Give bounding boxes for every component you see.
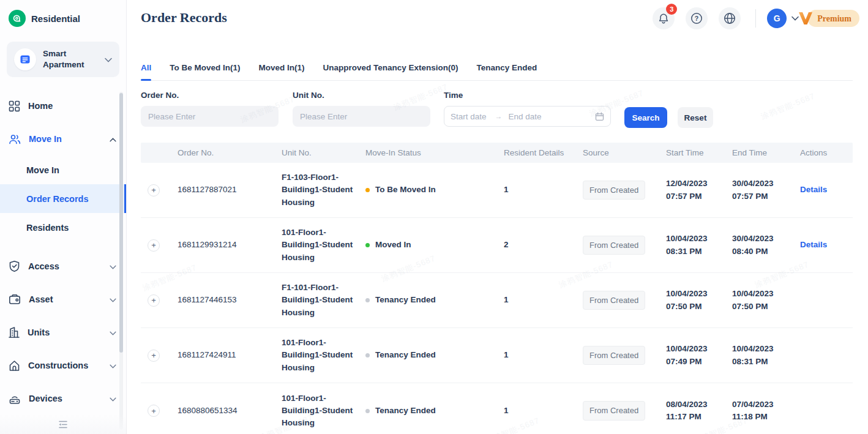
language-button[interactable] <box>719 7 741 29</box>
question-icon: ? <box>690 12 703 24</box>
start-date: 08/04/2023 <box>666 398 726 411</box>
page-title: Order Records <box>141 10 227 26</box>
vip-icon <box>798 11 814 28</box>
workspace-selector[interactable]: Smart Apartment <box>7 42 119 77</box>
workspace-icon <box>14 48 36 70</box>
table-row: + 1681127446153 F1-101-Floor1-Building1-… <box>141 273 853 328</box>
sidebar-item-move-in-sub[interactable]: Move In <box>0 155 126 184</box>
start-date-field[interactable]: Start date <box>451 112 487 121</box>
tab-to-be-moved-in[interactable]: To Be Moved In(1) <box>170 59 240 80</box>
col-resident-details: Resident Details <box>504 148 583 157</box>
reset-button[interactable]: Reset <box>678 107 713 128</box>
unit-no-input[interactable] <box>293 106 430 127</box>
end-date-field[interactable]: End date <box>509 112 595 121</box>
help-button[interactable]: ? <box>686 7 708 29</box>
start-time: 11:17 PM <box>666 411 726 423</box>
end-date: 07/04/2023 <box>732 398 794 411</box>
sidebar-item-label: Move In <box>26 165 59 175</box>
chevron-down-icon <box>110 360 116 371</box>
sidebar-item-move-in[interactable]: Move In <box>0 122 126 155</box>
notifications-button[interactable]: 3 <box>653 7 675 29</box>
building-icon <box>9 326 20 339</box>
house-icon <box>9 359 20 372</box>
sidebar-item-access[interactable]: Access <box>0 250 126 283</box>
tab-unapproved-tenancy-extension[interactable]: Unapproved Tenancy Extension(0) <box>323 59 458 80</box>
status-label: Tenancy Ended <box>375 294 436 306</box>
unit-no: 101-Floor1-Building1-Student Housing <box>282 226 361 264</box>
source-badge: From Created <box>583 401 645 421</box>
workspace-name: Smart Apartment <box>43 48 105 70</box>
expand-row-button[interactable]: + <box>148 405 160 417</box>
table-header: Order No. Unit No. Move-In Status Reside… <box>141 143 853 163</box>
expand-row-button[interactable]: + <box>148 294 160 307</box>
tab-tenancy-ended[interactable]: Tenancy Ended <box>477 59 537 80</box>
premium-badge[interactable]: Premium <box>807 10 859 27</box>
start-time: 07:57 PM <box>666 190 726 203</box>
order-no-input[interactable] <box>141 106 279 127</box>
sidebar-item-label: Home <box>28 101 116 111</box>
source-badge: From Created <box>583 236 645 255</box>
status-label: Tenancy Ended <box>375 405 436 417</box>
source-badge: From Created <box>583 346 645 365</box>
sidebar-item-constructions[interactable]: Constructions <box>0 349 126 382</box>
sidebar-item-devices[interactable]: Devices <box>0 382 126 415</box>
time-label: Time <box>444 91 611 100</box>
col-unit-no: Unit No. <box>282 148 365 157</box>
status-dot <box>365 243 370 247</box>
people-icon <box>9 133 21 145</box>
table-row: + 1681127887021 F1-103-Floor1-Building1-… <box>141 163 853 218</box>
chevron-down-icon <box>110 261 116 272</box>
start-date: 10/04/2023 <box>666 233 726 245</box>
details-link[interactable]: Details <box>800 240 827 249</box>
search-button[interactable]: Search <box>624 107 667 128</box>
start-date: 10/04/2023 <box>666 288 726 300</box>
order-no: 1680880651334 <box>178 405 282 417</box>
chevron-down-icon <box>105 54 112 65</box>
notification-badge: 3 <box>666 4 677 15</box>
status-label: To Be Moved In <box>375 184 436 196</box>
unit-no-label: Unit No. <box>293 91 430 100</box>
sidebar-item-label: Order Records <box>26 194 89 204</box>
arrow-right-icon: → <box>495 112 503 121</box>
order-records-table: Order No. Unit No. Move-In Status Reside… <box>141 143 853 434</box>
expand-row-button[interactable]: + <box>148 184 160 196</box>
collapse-sidebar-icon[interactable] <box>58 421 68 428</box>
topbar: 3 ? G <box>642 7 863 29</box>
chevron-down-icon <box>110 294 116 305</box>
sidebar-item-label: Access <box>28 261 110 271</box>
avatar-initial: G <box>774 13 780 23</box>
status-dot <box>365 353 370 357</box>
col-move-in-status: Move-In Status <box>365 148 504 157</box>
status-dot <box>365 298 370 302</box>
tab-moved-in[interactable]: Moved In(1) <box>259 59 305 80</box>
unit-no: F1-103-Floor1-Building1-Student Housing <box>282 171 361 209</box>
expand-row-button[interactable]: + <box>148 350 160 362</box>
sidebar-item-label: Residents <box>26 223 69 233</box>
expand-row-button[interactable]: + <box>148 239 160 252</box>
sidebar-item-home[interactable]: Home <box>0 89 126 122</box>
details-link[interactable]: Details <box>800 185 827 194</box>
bell-icon <box>658 13 669 24</box>
start-time: 08:31 PM <box>666 245 726 258</box>
sidebar-item-residents[interactable]: Residents <box>0 213 126 242</box>
sidebar-item-label: Asset <box>29 294 110 304</box>
tab-all[interactable]: All <box>141 59 151 80</box>
sidebar-item-order-records[interactable]: Order Records <box>0 184 126 213</box>
sidebar-nav: Home Move In Move In Order Records <box>0 89 126 415</box>
avatar[interactable]: G <box>767 9 787 28</box>
chevron-down-icon <box>110 327 116 338</box>
main-content: Order Records 3 ? <box>127 0 868 434</box>
col-start-time: Start Time <box>666 148 732 157</box>
sidebar-item-units[interactable]: Units <box>0 316 126 349</box>
end-date: 10/04/2023 <box>732 343 794 355</box>
brand: Residential <box>0 0 126 27</box>
resident-details: 1 <box>504 405 583 417</box>
end-time: 08:40 PM <box>732 245 794 258</box>
date-range-picker[interactable]: Start date → End date <box>444 106 611 127</box>
sidebar-item-asset[interactable]: Asset <box>0 283 126 316</box>
brand-name: Residential <box>31 13 80 24</box>
sidebar-scrollbar[interactable] <box>119 92 123 430</box>
order-no: 1681127446153 <box>178 294 282 306</box>
sidebar-footer <box>0 414 126 434</box>
col-source: Source <box>583 148 666 157</box>
